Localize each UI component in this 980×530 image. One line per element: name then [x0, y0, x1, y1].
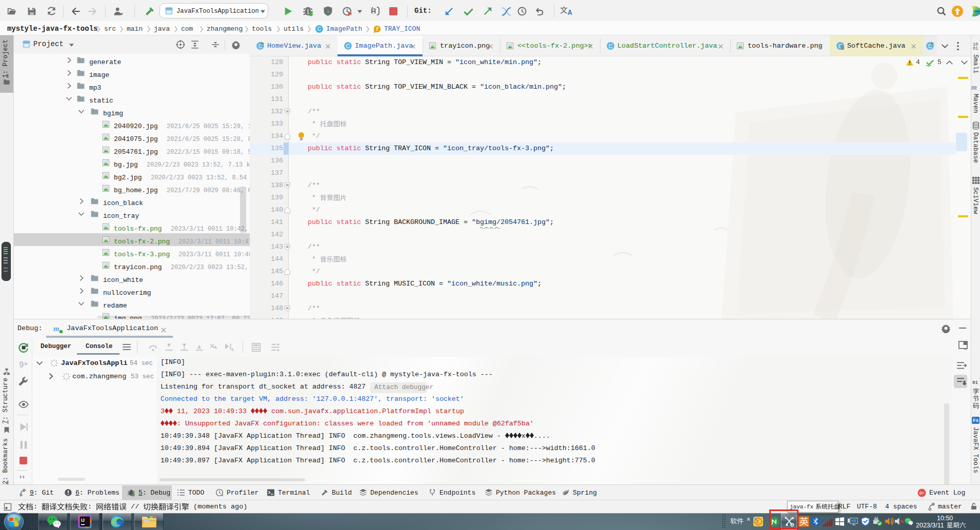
svg-text:m: m: [53, 324, 59, 333]
svg-text:C: C: [317, 26, 321, 32]
svg-text:IJ: IJ: [81, 518, 85, 523]
svg-text:C: C: [609, 43, 613, 49]
svg-text:9: 9: [19, 360, 24, 369]
svg-text:9+: 9+: [919, 491, 925, 496]
svg-text:C: C: [346, 43, 350, 49]
